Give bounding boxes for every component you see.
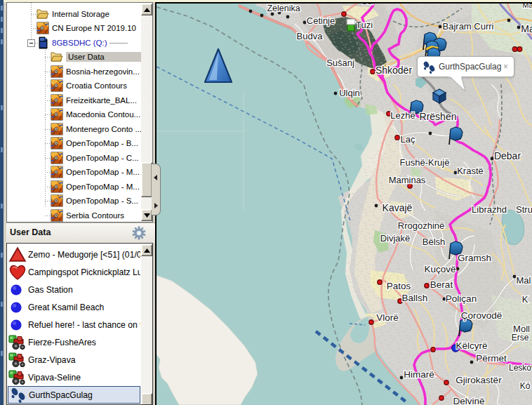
map-place-label: Bëlsh	[423, 237, 446, 247]
red-dot-marker[interactable]	[444, 380, 450, 386]
tree-item-macedonia-contou-[interactable]: Macedonia Contou...	[7, 107, 153, 122]
black-dot-marker[interactable]	[439, 25, 442, 29]
blue-dot-icon	[8, 299, 27, 316]
red-dot-marker[interactable]	[341, 11, 347, 18]
tree-item-label: Montenegro Conto ...	[66, 125, 142, 133]
black-dot-marker[interactable]	[429, 132, 432, 135]
red-dot-marker[interactable]	[439, 395, 445, 401]
tree-item-opentopomap-s-[interactable]: OpenTopoMap - S...	[7, 194, 153, 208]
user-data-item-fierze-fusheares[interactable]: Fierze-FusheAres	[8, 333, 140, 351]
user-data-item-campingspot-picknickplatz-luki[interactable]: Campingspot Picknickplatz Luki	[8, 263, 140, 281]
tree-item-opentopomap-m-[interactable]: OpenTopoMap - M...	[7, 179, 153, 194]
black-dot-marker[interactable]	[491, 157, 494, 161]
list-scrollbar-track[interactable]	[141, 256, 152, 404]
user-data-item-gurthspacgulag[interactable]: GurthSpacGulag	[8, 386, 140, 404]
black-dot-marker[interactable]	[334, 92, 338, 95]
map-place-label: Krastë	[457, 166, 484, 176]
red-dot-marker[interactable]	[424, 283, 430, 289]
map-place-label: Rrëshen	[420, 111, 457, 122]
map-place-label: Librazhd	[472, 204, 507, 215]
tree-item-montenegro-conto-[interactable]: Montenegro Conto ...	[7, 121, 153, 136]
tree-item-8gbsdhc-q-[interactable]: 8GBSDHC (Q:)	[7, 35, 153, 50]
map-place-label: Gramsh	[458, 253, 491, 263]
map-place-label: Përmet	[476, 353, 507, 364]
window-edge-accent	[1, 105, 3, 110]
map-place-label: Kuçovë	[424, 264, 455, 274]
map-place-label: Debar	[494, 150, 521, 161]
cube-marker[interactable]	[433, 89, 446, 103]
tree-item-opentopomap-c-[interactable]: OpenTopoMap - C...	[7, 150, 153, 165]
tree-item-label: Macedonia Contou...	[66, 110, 140, 119]
tree-scroll-up-button[interactable]	[141, 4, 152, 15]
sidebar-splitter-tab[interactable]	[152, 164, 161, 215]
user-data-item-refuel-here-last-chance-on-tr[interactable]: Refuel here! - last chance on tr	[8, 316, 140, 333]
list-scroll-up-button[interactable]	[141, 244, 152, 256]
sdcard-icon	[36, 36, 49, 49]
map-icon	[51, 123, 63, 135]
tree-item-croatia-contours[interactable]: Croatia Contours	[7, 79, 153, 93]
map-place-label: Ma	[522, 4, 532, 9]
map-place-label: Leskov	[509, 363, 532, 373]
map-place-label: Kó	[520, 381, 531, 391]
map-place-label: Patos	[387, 281, 411, 291]
black-dot-marker[interactable]	[517, 26, 521, 29]
tree-item-bosnia-herzegovin-[interactable]: Bosnia-herzegovin...	[7, 64, 153, 79]
window-edge-accent	[1, 28, 3, 33]
user-data-panel-title: User Data	[10, 227, 51, 237]
black-dot-marker[interactable]	[456, 267, 460, 271]
tree-item-internal-storage[interactable]: Internal Storage	[7, 6, 153, 21]
library-tree-panel: Internal Storage CN Europe NT 2019.10 8G…	[6, 2, 153, 223]
tractor-icon	[8, 352, 27, 369]
tooltip-close-button[interactable]: ×	[503, 62, 508, 72]
tree-scroll-down-button[interactable]	[141, 209, 152, 221]
user-data-item-label: Zemo - Medugorje [<51] (01/01-	[28, 250, 140, 260]
map-place-label: Stru	[516, 204, 532, 215]
map-place-label: Sušanj	[326, 58, 354, 68]
map-place-label: Zelenika	[267, 4, 300, 13]
map-place-label: Bajram Curri	[443, 21, 494, 32]
window-edge-accent	[1, 302, 3, 307]
list-scrollbar-thumb[interactable]	[141, 393, 152, 405]
map-icon	[51, 65, 63, 78]
tree-item-opentopomap-m-[interactable]: OpenTopoMap - M...	[7, 165, 153, 180]
black-dot-marker[interactable]	[303, 21, 307, 25]
tree-item-serbia-contours[interactable]: Serbia Contours	[7, 208, 153, 223]
black-dot-marker[interactable]	[260, 14, 264, 18]
gear-icon[interactable]	[132, 226, 146, 240]
window-top-edge	[0, 0, 532, 2]
black-dot-marker[interactable]	[375, 204, 378, 208]
tree-item-cn-europe-nt-2019-10[interactable]: CN Europe NT 2019.10	[7, 21, 153, 36]
window-edge-accent	[1, 253, 3, 258]
tree-item-opentopomap-b-[interactable]: OpenTopoMap - B...	[7, 136, 153, 151]
map-place-label: Tuzi	[356, 20, 373, 30]
black-dot-marker[interactable]	[507, 19, 511, 22]
user-data-item-label: Great Ksamil Beach	[28, 303, 104, 312]
user-data-panel-header: User Data	[6, 223, 155, 243]
red-triangle-icon	[8, 246, 27, 263]
black-dot-marker[interactable]	[400, 376, 404, 380]
tree-item-user-data[interactable]: User Data	[7, 50, 153, 65]
map-icon	[51, 152, 63, 164]
tree-item-label: CN Europe NT 2019.10	[52, 24, 136, 32]
window-edge-accent	[1, 147, 3, 152]
black-dot-marker[interactable]	[470, 361, 474, 364]
tree-item-freizeitkarte-bal-[interactable]: Freizeitkarte_BAL...	[7, 93, 153, 107]
tree-scrollbar-thumb[interactable]	[141, 162, 152, 197]
user-data-item-zemo-medugorje-51-01-01-[interactable]: Zemo - Medugorje [<51] (01/01-	[8, 246, 140, 263]
blue-dot-icon	[8, 281, 27, 298]
red-dot-marker[interactable]	[377, 279, 383, 286]
black-dot-marker[interactable]	[249, 10, 253, 13]
white-box-marker[interactable]	[347, 19, 355, 25]
red-dot-marker[interactable]	[368, 319, 375, 326]
red-dot-marker[interactable]	[430, 347, 437, 353]
red-dot-marker[interactable]	[394, 135, 401, 141]
user-data-item-vipava-seline[interactable]: Vipava-Seline	[8, 369, 140, 386]
map-place-label: Divjakë	[380, 233, 411, 244]
black-dot-marker[interactable]	[286, 15, 290, 19]
user-data-item-label: Campingspot Picknickplatz Luki	[28, 267, 140, 277]
user-data-item-great-ksamil-beach[interactable]: Great Ksamil Beach	[8, 298, 140, 316]
user-data-item-gas-station[interactable]: Gas Station	[8, 281, 140, 298]
window-edge-accent	[1, 204, 3, 208]
tooltip-tail	[446, 76, 469, 91]
user-data-item-graz-vipava[interactable]: Graz-Vipava	[8, 351, 140, 369]
